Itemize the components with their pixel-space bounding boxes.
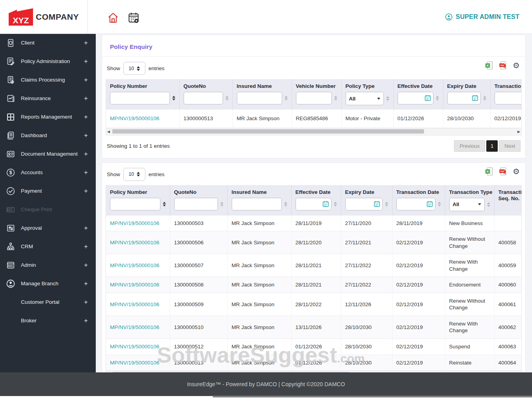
sort-toggle-icon[interactable]	[220, 202, 223, 206]
sort-toggle-icon[interactable]	[385, 202, 388, 206]
sidebar-item-admin[interactable]: Admin+	[0, 256, 96, 274]
pdf-export-icon[interactable]: PDF	[499, 167, 507, 176]
policy-number-link[interactable]: MP/NV/19/50000106	[110, 301, 159, 307]
sidebar-item-broker[interactable]: Broker+	[0, 311, 96, 330]
data-table: Policy NumberQuoteNoInsured NameVehicle …	[106, 79, 522, 128]
page-size-select[interactable]: 10	[123, 168, 145, 181]
expand-plus-icon[interactable]: +	[84, 95, 88, 102]
sort-toggle-icon[interactable]	[172, 96, 175, 100]
cell-transaction-seq-no: 400060	[494, 277, 522, 293]
policy-number-link[interactable]: MP/NV/19/50000106	[110, 360, 159, 366]
policy-number-link[interactable]: MP/NV/19/50000106	[110, 240, 159, 245]
sort-toggle-icon[interactable]	[334, 96, 337, 100]
calendar-icon[interactable]	[322, 201, 329, 207]
calendar-icon[interactable]	[374, 201, 380, 207]
policy-number-link[interactable]: MP/NV/19/50000106	[110, 220, 159, 226]
user-menu[interactable]: SUPER ADMIN TEST	[445, 13, 519, 21]
policy-number-link[interactable]: MP/NV/19/50000106	[110, 324, 159, 330]
expand-plus-icon[interactable]: +	[84, 243, 88, 251]
expand-plus-icon[interactable]: +	[84, 76, 88, 84]
sort-toggle-icon[interactable]	[284, 202, 287, 206]
filter-insured-name-input[interactable]	[232, 198, 282, 210]
sidebar-item-client[interactable]: Client+	[0, 33, 96, 52]
sidebar-item-document-management[interactable]: Document Management+	[0, 145, 96, 163]
sort-toggle-icon[interactable]	[487, 202, 490, 207]
sidebar-item-reports-management[interactable]: Reports Management+	[0, 108, 96, 126]
scroll-right-icon[interactable]: ▶	[517, 129, 520, 134]
sort-toggle-icon[interactable]	[334, 202, 337, 206]
horizontal-scrollbar[interactable]: ◀ ▶	[106, 128, 522, 136]
calendar-icon[interactable]	[426, 201, 433, 207]
settings-gear-icon[interactable]: ⚙	[513, 61, 520, 69]
filter-policy-number-input[interactable]	[110, 198, 160, 210]
sort-toggle-icon[interactable]	[438, 202, 441, 206]
filter-policy-type-select[interactable]: All	[346, 92, 384, 105]
expand-plus-icon[interactable]: +	[84, 298, 88, 306]
previous-button[interactable]: Previous	[454, 140, 485, 152]
filter-insured-name-input[interactable]	[237, 92, 282, 104]
policy-number-link[interactable]: MP/NV/19/50000106	[110, 115, 159, 121]
filter-policy-number-input[interactable]	[110, 92, 170, 104]
sidebar-item-dashboard[interactable]: Dashboard+	[0, 126, 96, 145]
sidebar-item-claims-processing[interactable]: Claims Processing+	[0, 71, 96, 89]
company-logo: XYZ COMPANY	[0, 0, 88, 33]
cell-quoteno: 1300000512	[170, 339, 227, 355]
sort-toggle-icon[interactable]	[163, 202, 166, 206]
filter-quoteno-input[interactable]	[184, 92, 223, 104]
expand-plus-icon[interactable]: +	[84, 169, 88, 177]
expand-plus-icon[interactable]: +	[84, 58, 88, 65]
expand-plus-icon[interactable]: +	[84, 150, 88, 158]
expand-plus-icon[interactable]: +	[84, 317, 88, 325]
sidebar-item-cheque-print[interactable]: Cheque Print	[0, 200, 96, 219]
sidebar-item-crm[interactable]: CRM+	[0, 237, 96, 256]
calendar-add-icon[interactable]	[128, 12, 140, 24]
expand-plus-icon[interactable]: +	[84, 39, 88, 47]
sidebar-item-payment[interactable]: Payment+	[0, 182, 96, 200]
expand-plus-icon[interactable]: +	[84, 280, 88, 288]
column-header-policy-number: Policy Number	[106, 186, 170, 216]
policy-number-link[interactable]: MP/NV/19/50000106	[110, 344, 159, 350]
scroll-left-icon[interactable]: ◀	[107, 129, 110, 134]
column-label: Transaction Type	[449, 189, 490, 195]
sidebar-item-customer-portal[interactable]: Customer Portal+	[0, 293, 96, 311]
sidebar-item-reinsurance[interactable]: Reinsurance+	[0, 89, 96, 108]
cell-effective-date: 28/11/2020	[291, 231, 341, 254]
policy-number-link[interactable]: MP/NV/19/50000106	[110, 262, 159, 268]
filter-quoteno-input[interactable]	[174, 198, 218, 210]
filter-vehicle-number-input[interactable]	[296, 92, 332, 104]
sort-toggle-icon[interactable]	[225, 96, 229, 100]
excel-export-icon[interactable]	[485, 61, 493, 70]
scrollbar-thumb[interactable]	[112, 129, 424, 134]
sidebar-item-policy-administration[interactable]: Policy Administration+	[0, 52, 96, 71]
page-1-button[interactable]: 1	[486, 140, 498, 152]
filter-transaction-date-input[interactable]	[495, 92, 522, 104]
policy-number-link[interactable]: MP/NV/19/50000106	[110, 282, 159, 288]
excel-export-icon[interactable]	[485, 167, 493, 176]
expand-plus-icon[interactable]: +	[84, 132, 88, 139]
cell-quoteno: 1300000508	[170, 277, 227, 293]
sort-toggle-icon[interactable]	[483, 96, 486, 100]
cell-policy-number: MP/NV/19/50000106	[106, 316, 170, 338]
sidebar-item-accounts[interactable]: $Accounts+	[0, 163, 96, 182]
sort-toggle-icon[interactable]	[436, 96, 439, 100]
expand-plus-icon[interactable]: +	[84, 224, 88, 232]
home-icon[interactable]	[107, 12, 119, 24]
expand-plus-icon[interactable]: +	[84, 261, 88, 269]
table-row: MP/NV/19/500001061300000510MR Jack Simps…	[106, 316, 522, 338]
expand-plus-icon[interactable]: +	[84, 113, 88, 121]
sidebar-item-approval[interactable]: Approval+	[0, 219, 96, 237]
cell-transaction-date: 02/12/2019	[490, 110, 522, 128]
settings-gear-icon[interactable]: ⚙	[513, 167, 520, 175]
calendar-icon[interactable]	[424, 95, 431, 101]
column-label: Policy Number	[110, 189, 166, 195]
filter-transaction-type-select[interactable]: All	[449, 198, 485, 211]
next-button[interactable]: Next	[499, 140, 521, 152]
page-size-select[interactable]: 10	[123, 62, 145, 75]
sort-toggle-icon[interactable]	[386, 96, 389, 101]
cell-transaction-type: Reinstate	[445, 355, 494, 371]
expand-plus-icon[interactable]: +	[84, 187, 88, 195]
calendar-icon[interactable]	[472, 95, 478, 101]
pdf-export-icon[interactable]: PDF	[499, 61, 507, 70]
sort-toggle-icon[interactable]	[285, 96, 288, 100]
sidebar-item-manage-branch[interactable]: Manage Branch+	[0, 274, 96, 293]
